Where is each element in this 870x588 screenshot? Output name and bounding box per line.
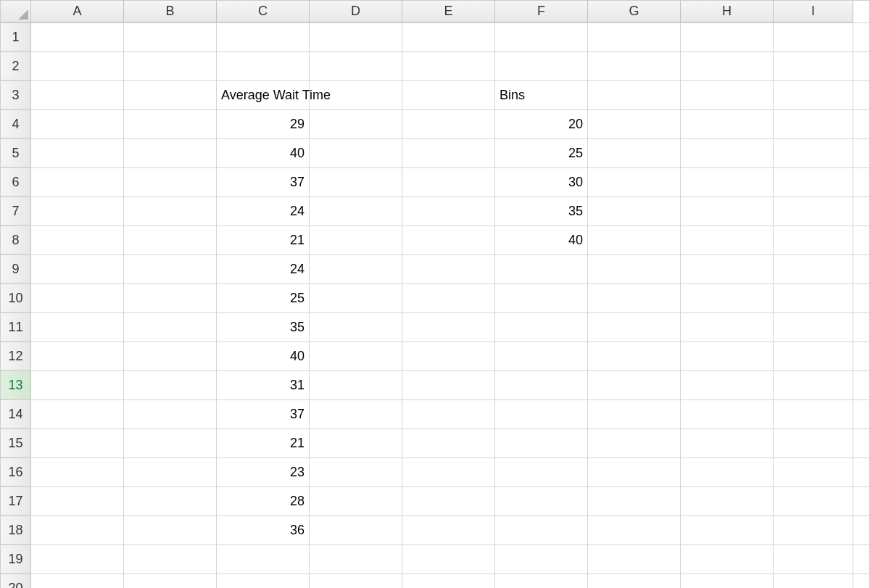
cell-H17[interactable] — [681, 487, 774, 515]
col-header-B[interactable]: B — [124, 1, 217, 22]
cell-E9[interactable] — [402, 255, 495, 283]
cell-H6[interactable] — [681, 168, 774, 196]
cell-I19[interactable] — [774, 545, 853, 573]
cell-E13[interactable] — [402, 371, 495, 399]
cell-E6[interactable] — [402, 168, 495, 196]
cell-A5[interactable] — [31, 139, 124, 167]
cell-E11[interactable] — [402, 313, 495, 341]
cell-H5[interactable] — [681, 139, 774, 167]
cell-E20[interactable] — [402, 574, 495, 588]
cell-I16[interactable] — [774, 458, 853, 486]
cell-B16[interactable] — [124, 458, 217, 486]
cell-A2[interactable] — [31, 52, 124, 80]
row-header-4[interactable]: 4 — [1, 110, 31, 138]
cell-A12[interactable] — [31, 342, 124, 370]
row-header-11[interactable]: 11 — [1, 313, 31, 341]
cell-C16[interactable]: 23 — [217, 458, 310, 486]
cell-H19[interactable] — [681, 545, 774, 573]
cell-I10[interactable] — [774, 284, 853, 312]
cell-B1[interactable] — [124, 23, 217, 51]
cell-C3[interactable]: Average Wait Time — [217, 81, 310, 109]
cell-D10[interactable] — [310, 284, 402, 312]
cell-A20[interactable] — [31, 574, 124, 588]
cell-B14[interactable] — [124, 400, 217, 428]
cell-C15[interactable]: 21 — [217, 429, 310, 457]
cell-C12[interactable]: 40 — [217, 342, 310, 370]
cell-C8[interactable]: 21 — [217, 226, 310, 254]
cell-G6[interactable] — [588, 168, 681, 196]
cell-B11[interactable] — [124, 313, 217, 341]
cell-G5[interactable] — [588, 139, 681, 167]
cell-H18[interactable] — [681, 516, 774, 544]
row-header-20[interactable]: 20 — [1, 574, 31, 588]
cell-C18[interactable]: 36 — [217, 516, 310, 544]
cell-F17[interactable] — [495, 487, 588, 515]
col-header-A[interactable]: A — [31, 1, 124, 22]
cell-C9[interactable]: 24 — [217, 255, 310, 283]
row-header-9[interactable]: 9 — [1, 255, 31, 283]
row-header-13[interactable]: 13 — [1, 371, 31, 399]
col-header-F[interactable]: F — [495, 1, 588, 22]
row-header-15[interactable]: 15 — [1, 429, 31, 457]
cell-B7[interactable] — [124, 197, 217, 225]
cell-F14[interactable] — [495, 400, 588, 428]
cell-H2[interactable] — [681, 52, 774, 80]
cell-B4[interactable] — [124, 110, 217, 138]
cell-C10[interactable]: 25 — [217, 284, 310, 312]
cell-D16[interactable] — [310, 458, 402, 486]
col-header-H[interactable]: H — [681, 1, 774, 22]
cell-G10[interactable] — [588, 284, 681, 312]
cell-B6[interactable] — [124, 168, 217, 196]
cell-I8[interactable] — [774, 226, 853, 254]
cell-C6[interactable]: 37 — [217, 168, 310, 196]
cell-I18[interactable] — [774, 516, 853, 544]
cell-B17[interactable] — [124, 487, 217, 515]
cell-A17[interactable] — [31, 487, 124, 515]
cell-F18[interactable] — [495, 516, 588, 544]
cell-D7[interactable] — [310, 197, 402, 225]
cell-I20[interactable] — [774, 574, 853, 588]
cell-A19[interactable] — [31, 545, 124, 573]
cell-G3[interactable] — [588, 81, 681, 109]
cell-E3[interactable] — [402, 81, 495, 109]
cell-B20[interactable] — [124, 574, 217, 588]
cell-H12[interactable] — [681, 342, 774, 370]
cell-D1[interactable] — [310, 23, 402, 51]
cell-G19[interactable] — [588, 545, 681, 573]
cell-B13[interactable] — [124, 371, 217, 399]
cell-C11[interactable]: 35 — [217, 313, 310, 341]
cell-B3[interactable] — [124, 81, 217, 109]
cell-F13[interactable] — [495, 371, 588, 399]
cell-F2[interactable] — [495, 52, 588, 80]
row-header-17[interactable]: 17 — [1, 487, 31, 515]
cell-D11[interactable] — [310, 313, 402, 341]
row-header-3[interactable]: 3 — [1, 81, 31, 109]
cell-F9[interactable] — [495, 255, 588, 283]
cell-A4[interactable] — [31, 110, 124, 138]
cell-G14[interactable] — [588, 400, 681, 428]
cell-D19[interactable] — [310, 545, 402, 573]
cell-E15[interactable] — [402, 429, 495, 457]
cell-D8[interactable] — [310, 226, 402, 254]
cell-I1[interactable] — [774, 23, 853, 51]
cell-G7[interactable] — [588, 197, 681, 225]
cell-F16[interactable] — [495, 458, 588, 486]
cell-G12[interactable] — [588, 342, 681, 370]
cell-G9[interactable] — [588, 255, 681, 283]
cell-C13[interactable]: 31 — [217, 371, 310, 399]
cell-H14[interactable] — [681, 400, 774, 428]
cell-I13[interactable] — [774, 371, 853, 399]
cell-B18[interactable] — [124, 516, 217, 544]
col-header-I[interactable]: I — [774, 1, 853, 22]
cell-C5[interactable]: 40 — [217, 139, 310, 167]
cell-A8[interactable] — [31, 226, 124, 254]
cell-H11[interactable] — [681, 313, 774, 341]
cell-B12[interactable] — [124, 342, 217, 370]
cell-F6[interactable]: 30 — [495, 168, 588, 196]
cell-G2[interactable] — [588, 52, 681, 80]
cell-A15[interactable] — [31, 429, 124, 457]
row-header-14[interactable]: 14 — [1, 400, 31, 428]
cell-G20[interactable] — [588, 574, 681, 588]
cell-B9[interactable] — [124, 255, 217, 283]
cell-E10[interactable] — [402, 284, 495, 312]
